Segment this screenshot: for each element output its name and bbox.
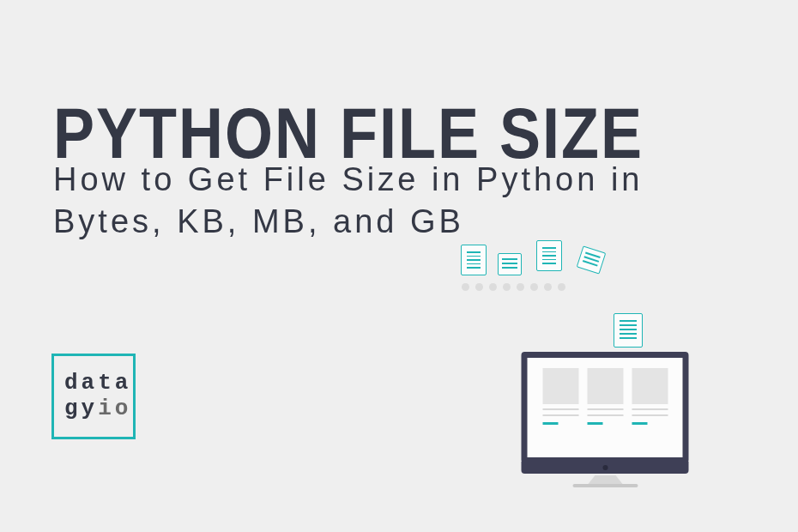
logo-line-1: data (64, 371, 131, 396)
brand-logo: data gyio (51, 354, 136, 439)
logo-line-2: gyio (64, 396, 131, 422)
document-icon (577, 245, 607, 274)
document-icon (498, 253, 522, 275)
monitor-icon (522, 352, 689, 489)
loading-dots-icon (462, 283, 565, 291)
document-icon (461, 245, 487, 275)
page-subtitle: How to Get File Size in Python in Bytes,… (53, 159, 740, 244)
document-icon (614, 313, 643, 348)
document-icon (536, 240, 562, 271)
hero-illustration (455, 232, 755, 489)
